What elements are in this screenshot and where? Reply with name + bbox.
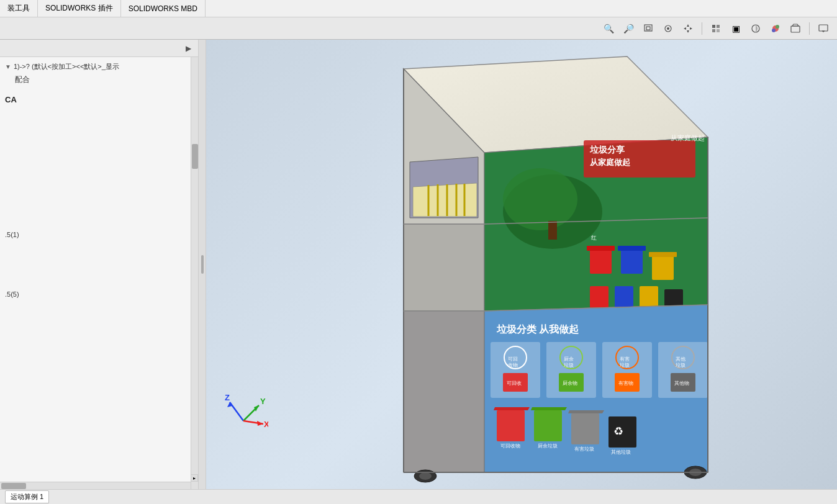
corner-scroll-button[interactable]: ▸ xyxy=(191,474,198,482)
svg-rect-43 xyxy=(621,249,643,274)
svg-text:有害垃圾: 有害垃圾 xyxy=(574,446,594,452)
section-view-button[interactable]: ▣ xyxy=(727,20,744,37)
h-scrollbar-thumb[interactable] xyxy=(1,483,26,489)
svg-marker-7 xyxy=(690,27,692,30)
svg-text:其他物: 其他物 xyxy=(674,380,689,386)
svg-text:厨余: 厨余 xyxy=(564,356,574,362)
svg-text:垃圾: 垃圾 xyxy=(619,362,630,368)
svg-text:可回: 可回 xyxy=(508,356,518,362)
main-area: ▶ ▼ 1)->? (默认<按加工><<默认>_显示 配合 CA .5(1) xyxy=(0,40,837,489)
tree-item-1[interactable]: ▼ 1)->? (默认<按加工><<默认>_显示 xyxy=(5,61,193,73)
svg-text:从家庭做起: 从家庭做起 xyxy=(671,134,705,142)
count-label-1: .5(1) xyxy=(5,230,193,240)
toolbar-sep-2 xyxy=(809,22,810,35)
svg-text:红: 红 xyxy=(591,235,597,241)
svg-rect-79 xyxy=(534,410,562,441)
monitor-button[interactable] xyxy=(815,20,832,37)
svg-text:垃圾分享: 垃圾分享 xyxy=(589,145,625,155)
left-scrollbar[interactable] xyxy=(191,57,198,489)
svg-rect-39 xyxy=(548,221,557,240)
svg-point-86 xyxy=(419,472,432,480)
toolbar-sep-1 xyxy=(702,22,702,35)
pan-button[interactable] xyxy=(679,20,697,37)
render-tools-button[interactable] xyxy=(767,20,784,37)
svg-text:其他垃圾: 其他垃圾 xyxy=(611,449,631,455)
svg-rect-47 xyxy=(590,286,609,308)
svg-rect-18 xyxy=(819,25,828,31)
svg-marker-23 xyxy=(404,311,484,472)
view-orientation-button[interactable] xyxy=(707,20,725,37)
svg-text:垃圾: 垃圾 xyxy=(675,362,685,368)
svg-text:其他: 其他 xyxy=(676,356,685,362)
svg-rect-16 xyxy=(791,26,800,32)
svg-rect-45 xyxy=(652,255,674,280)
svg-rect-11 xyxy=(717,29,720,32)
svg-text:可回收物: 可回收物 xyxy=(500,443,520,449)
svg-point-15 xyxy=(772,29,776,32)
svg-marker-6 xyxy=(684,27,686,30)
svg-marker-27 xyxy=(413,183,477,217)
svg-marker-17 xyxy=(792,24,799,26)
svg-rect-1 xyxy=(646,27,650,30)
svg-text:X: X xyxy=(264,420,268,429)
menu-bar: 装工具 SOLIDWORKS 插件 SOLIDWORKS MBD xyxy=(0,0,837,17)
svg-marker-80 xyxy=(531,407,567,410)
svg-text:有害: 有害 xyxy=(620,356,630,362)
left-panel-toolbar: ▶ xyxy=(0,40,198,57)
zoom-area-button[interactable]: 🔍 xyxy=(600,20,617,37)
3d-model-svg: 垃圾分享 从家庭做起 红 xyxy=(304,40,751,485)
zoom-previous-button[interactable] xyxy=(640,20,657,37)
svg-rect-49 xyxy=(640,286,658,308)
svg-marker-78 xyxy=(494,407,530,410)
expand-button[interactable]: ▶ xyxy=(182,42,194,55)
svg-text:厨余垃圾: 厨余垃圾 xyxy=(538,443,558,449)
svg-text:收物: 收物 xyxy=(508,362,518,368)
svg-rect-9 xyxy=(717,25,720,28)
menu-tab-solidworks-plugins[interactable]: SOLIDWORKS 插件 xyxy=(38,0,121,17)
horizontal-scrollbar[interactable] xyxy=(0,482,191,489)
bottom-tab-motion[interactable]: 运动算例 1 xyxy=(5,490,49,503)
scrollbar-thumb[interactable] xyxy=(192,144,198,169)
resize-handle[interactable] xyxy=(199,40,206,489)
svg-line-102 xyxy=(230,402,243,421)
ca-label: CA xyxy=(5,95,17,104)
left-content: ▼ 1)->? (默认<按加工><<默认>_显示 配合 CA .5(1) .5(… xyxy=(0,57,198,489)
svg-rect-41 xyxy=(587,246,615,251)
svg-rect-77 xyxy=(497,410,525,441)
model-container: 垃圾分享 从家庭做起 红 xyxy=(256,52,800,470)
svg-point-3 xyxy=(667,27,669,30)
menu-tab-solidworks-mbd[interactable]: SOLIDWORKS MBD xyxy=(121,0,206,17)
svg-point-38 xyxy=(503,168,577,230)
svg-marker-82 xyxy=(568,410,604,413)
resize-dot xyxy=(201,255,204,274)
svg-rect-44 xyxy=(618,246,646,251)
bottom-bar: 运动算例 1 xyxy=(0,489,837,504)
svg-rect-48 xyxy=(615,286,633,308)
rotate-button[interactable] xyxy=(659,20,677,37)
count-label-2: .5(5) xyxy=(5,289,193,299)
svg-rect-46 xyxy=(649,252,677,257)
svg-rect-40 xyxy=(590,249,612,274)
svg-text:♻: ♻ xyxy=(613,425,623,438)
zoom-fit-button[interactable]: 🔎 xyxy=(620,20,637,37)
tree-item-config[interactable]: 配合 xyxy=(5,73,193,87)
svg-text:厨余物: 厨余物 xyxy=(563,380,577,386)
3d-viewport[interactable]: 垃圾分享 从家庭做起 红 xyxy=(206,40,837,489)
svg-text:Y: Y xyxy=(260,397,266,406)
toolbar: 🔍 🔎 ▣ xyxy=(0,17,837,40)
svg-text:从家庭做起: 从家庭做起 xyxy=(589,158,631,167)
svg-text:Z: Z xyxy=(225,393,230,402)
svg-point-14 xyxy=(776,25,779,29)
scene-button[interactable] xyxy=(787,20,804,37)
svg-marker-5 xyxy=(687,30,689,33)
svg-text:垃圾分类 从我做起: 垃圾分类 从我做起 xyxy=(496,324,579,335)
axis-indicator: Z Y X xyxy=(219,390,268,439)
menu-tab-tools[interactable]: 装工具 xyxy=(0,0,38,17)
svg-text:有害物: 有害物 xyxy=(618,380,633,386)
svg-marker-4 xyxy=(687,24,689,27)
svg-rect-10 xyxy=(712,29,715,32)
display-style-button[interactable] xyxy=(747,20,764,37)
svg-text:垃圾: 垃圾 xyxy=(563,362,574,368)
left-panel: ▶ ▼ 1)->? (默认<按加工><<默认>_显示 配合 CA .5(1) xyxy=(0,40,199,489)
svg-text:可回收: 可回收 xyxy=(507,380,522,386)
